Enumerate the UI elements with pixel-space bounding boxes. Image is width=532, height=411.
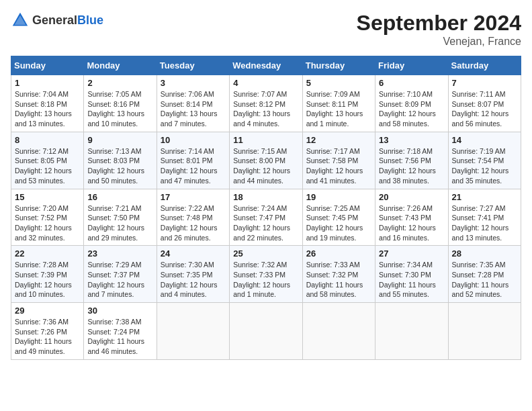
sunrise-label: Sunrise: 7:29 AM [87,261,141,269]
sunrise-label: Sunrise: 7:36 AM [15,318,69,326]
logo-text: GeneralBlue [32,13,103,28]
calendar-cell: 17 Sunrise: 7:22 AM Sunset: 7:48 PM Dayl… [157,189,229,246]
day-info: Sunrise: 7:21 AM Sunset: 7:50 PM Dayligh… [87,203,152,243]
calendar-cell: 6 Sunrise: 7:10 AM Sunset: 8:09 PM Dayli… [375,75,448,132]
day-number: 25 [233,248,298,259]
daylight-label: Daylight: 13 hours and 1 minute. [306,109,363,128]
day-number: 14 [452,135,517,145]
day-info: Sunrise: 7:14 AM Sunset: 8:01 PM Dayligh… [161,146,226,186]
day-info: Sunrise: 7:25 AM Sunset: 7:45 PM Dayligh… [306,203,371,243]
page-title: September 2024 [357,11,521,36]
sunrise-label: Sunrise: 7:07 AM [233,90,287,98]
sunset-label: Sunset: 8:12 PM [233,100,285,108]
day-number: 28 [452,248,517,259]
calendar-cell: 8 Sunrise: 7:12 AM Sunset: 8:05 PM Dayli… [11,132,84,189]
sunset-label: Sunset: 8:07 PM [452,100,504,108]
calendar-cell: 10 Sunrise: 7:14 AM Sunset: 8:01 PM Dayl… [157,132,229,189]
col-thursday: Thursday [302,56,375,75]
logo-general: General [32,13,77,27]
calendar-cell [302,303,375,360]
day-info: Sunrise: 7:12 AM Sunset: 8:05 PM Dayligh… [15,146,80,186]
sunset-label: Sunset: 7:26 PM [15,328,67,336]
day-number: 27 [379,248,444,259]
sunrise-label: Sunrise: 7:34 AM [379,261,433,269]
day-number: 22 [15,248,80,259]
daylight-label: Daylight: 12 hours and 41 minutes. [306,167,363,185]
day-info: Sunrise: 7:34 AM Sunset: 7:30 PM Dayligh… [379,260,444,300]
sunset-label: Sunset: 7:50 PM [87,214,140,222]
sunrise-label: Sunrise: 7:15 AM [233,147,287,155]
day-info: Sunrise: 7:19 AM Sunset: 7:54 PM Dayligh… [452,146,517,186]
calendar-cell: 27 Sunrise: 7:34 AM Sunset: 7:30 PM Dayl… [375,246,448,303]
calendar-cell: 25 Sunrise: 7:32 AM Sunset: 7:33 PM Dayl… [230,246,302,303]
day-info: Sunrise: 7:35 AM Sunset: 7:28 PM Dayligh… [452,260,517,300]
col-tuesday: Tuesday [157,56,229,75]
calendar-header-row: Sunday Monday Tuesday Wednesday Thursday… [11,56,521,75]
day-number: 16 [87,192,152,202]
col-wednesday: Wednesday [230,56,302,75]
day-info: Sunrise: 7:28 AM Sunset: 7:39 PM Dayligh… [15,260,80,300]
day-number: 3 [161,78,226,88]
day-number: 17 [161,192,226,202]
sunrise-label: Sunrise: 7:14 AM [161,147,214,155]
calendar-week-row: 8 Sunrise: 7:12 AM Sunset: 8:05 PM Dayli… [11,132,521,189]
calendar-cell: 18 Sunrise: 7:24 AM Sunset: 7:47 PM Dayl… [230,189,302,246]
sunset-label: Sunset: 7:45 PM [306,214,359,222]
daylight-label: Daylight: 11 hours and 49 minutes. [15,337,72,355]
day-info: Sunrise: 7:07 AM Sunset: 8:12 PM Dayligh… [233,89,298,129]
day-info: Sunrise: 7:29 AM Sunset: 7:37 PM Dayligh… [87,260,152,300]
sunset-label: Sunset: 7:48 PM [161,214,213,222]
day-info: Sunrise: 7:15 AM Sunset: 8:00 PM Dayligh… [233,146,298,186]
calendar-cell: 13 Sunrise: 7:18 AM Sunset: 7:56 PM Dayl… [375,132,448,189]
daylight-label: Daylight: 12 hours and 50 minutes. [87,167,144,185]
day-info: Sunrise: 7:24 AM Sunset: 7:47 PM Dayligh… [233,203,298,243]
day-number: 24 [161,248,226,259]
sunset-label: Sunset: 8:01 PM [161,156,213,165]
day-number: 26 [306,248,371,259]
daylight-label: Daylight: 11 hours and 58 minutes. [306,281,363,299]
calendar-cell [375,303,448,360]
daylight-label: Daylight: 12 hours and 32 minutes. [15,224,72,242]
calendar-cell: 19 Sunrise: 7:25 AM Sunset: 7:45 PM Dayl… [302,189,375,246]
day-number: 5 [306,78,371,88]
sunset-label: Sunset: 7:56 PM [379,156,431,165]
sunset-label: Sunset: 7:54 PM [452,156,504,165]
calendar-week-row: 22 Sunrise: 7:28 AM Sunset: 7:39 PM Dayl… [11,246,521,303]
daylight-label: Daylight: 13 hours and 7 minutes. [161,109,218,128]
daylight-label: Daylight: 12 hours and 58 minutes. [379,109,436,128]
day-number: 10 [161,135,226,145]
sunset-label: Sunset: 7:52 PM [15,214,67,222]
sunrise-label: Sunrise: 7:05 AM [87,90,141,98]
calendar-cell: 5 Sunrise: 7:09 AM Sunset: 8:11 PM Dayli… [302,75,375,132]
day-info: Sunrise: 7:11 AM Sunset: 8:07 PM Dayligh… [452,89,517,129]
day-number: 7 [452,78,517,88]
sunrise-label: Sunrise: 7:33 AM [306,261,360,269]
daylight-label: Daylight: 12 hours and 19 minutes. [306,224,363,242]
calendar-cell: 12 Sunrise: 7:17 AM Sunset: 7:58 PM Dayl… [302,132,375,189]
day-number: 29 [15,306,80,316]
sunset-label: Sunset: 8:05 PM [15,156,67,165]
calendar-cell: 9 Sunrise: 7:13 AM Sunset: 8:03 PM Dayli… [84,132,157,189]
calendar-cell: 30 Sunrise: 7:38 AM Sunset: 7:24 PM Dayl… [84,303,157,360]
daylight-label: Daylight: 12 hours and 26 minutes. [161,224,218,242]
sunrise-label: Sunrise: 7:32 AM [233,261,287,269]
sunrise-label: Sunrise: 7:13 AM [87,147,141,155]
day-info: Sunrise: 7:20 AM Sunset: 7:52 PM Dayligh… [15,203,80,243]
day-number: 6 [379,78,444,88]
day-number: 19 [306,192,371,202]
sunset-label: Sunset: 7:28 PM [452,271,504,279]
calendar-week-row: 15 Sunrise: 7:20 AM Sunset: 7:52 PM Dayl… [11,189,521,246]
day-number: 8 [15,135,80,145]
calendar-cell: 3 Sunrise: 7:06 AM Sunset: 8:14 PM Dayli… [157,75,229,132]
calendar-cell: 14 Sunrise: 7:19 AM Sunset: 7:54 PM Dayl… [448,132,521,189]
logo-icon [11,11,30,30]
sunrise-label: Sunrise: 7:10 AM [379,90,433,98]
daylight-label: Daylight: 13 hours and 13 minutes. [15,109,72,128]
sunrise-label: Sunrise: 7:30 AM [161,261,214,269]
sunset-label: Sunset: 8:00 PM [233,156,285,165]
day-number: 13 [379,135,444,145]
daylight-label: Daylight: 12 hours and 1 minute. [233,281,290,299]
daylight-label: Daylight: 12 hours and 56 minutes. [452,109,509,128]
sunset-label: Sunset: 7:58 PM [306,156,359,165]
sunrise-label: Sunrise: 7:18 AM [379,147,433,155]
